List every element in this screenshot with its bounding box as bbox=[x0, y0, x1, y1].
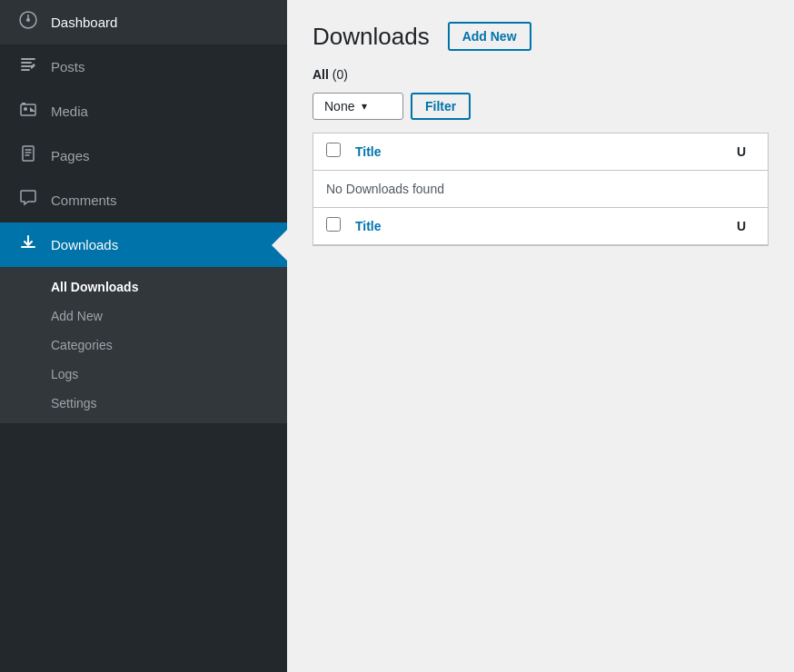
downloads-sub-nav: All Downloads Add New Categories Logs Se… bbox=[0, 267, 287, 423]
comments-icon bbox=[18, 189, 38, 212]
downloads-table: Title U No Downloads found Title U bbox=[313, 133, 769, 246]
all-label: All bbox=[313, 67, 329, 82]
title-column-footer[interactable]: Title bbox=[355, 219, 382, 233]
dropdown-value: None bbox=[324, 99, 354, 114]
sub-nav-item-add-new[interactable]: Add New bbox=[0, 301, 287, 331]
media-icon bbox=[18, 100, 38, 123]
sidebar-item-media[interactable]: Media bbox=[0, 89, 287, 133]
sub-nav-item-categories[interactable]: Categories bbox=[0, 331, 287, 360]
sidebar-item-posts[interactable]: Posts bbox=[0, 44, 287, 89]
sidebar-item-label-dashboard: Dashboard bbox=[51, 15, 117, 30]
sub-nav-item-all-downloads[interactable]: All Downloads bbox=[0, 272, 287, 301]
filter-button[interactable]: Filter bbox=[411, 93, 471, 120]
no-downloads-message: No Downloads found bbox=[326, 182, 444, 196]
dashboard-icon bbox=[18, 11, 38, 34]
table-footer-row: Title U bbox=[313, 208, 768, 245]
chevron-down-icon: ▾ bbox=[362, 100, 367, 113]
sidebar-item-comments[interactable]: Comments bbox=[0, 178, 287, 222]
category-dropdown[interactable]: None ▾ bbox=[313, 93, 403, 120]
select-all-checkbox[interactable] bbox=[326, 143, 341, 157]
sidebar-item-downloads[interactable]: Downloads bbox=[0, 222, 287, 267]
sidebar: Dashboard Posts Media Pages Comments Dow… bbox=[0, 0, 287, 672]
svg-rect-4 bbox=[23, 146, 34, 161]
header-checkbox-col bbox=[326, 143, 355, 161]
svg-point-3 bbox=[24, 107, 27, 111]
pages-icon bbox=[18, 144, 38, 167]
sidebar-item-label-comments: Comments bbox=[51, 193, 117, 208]
sidebar-item-label-media: Media bbox=[51, 104, 88, 119]
filter-controls: None ▾ Filter bbox=[313, 93, 769, 120]
u-column-header: U bbox=[737, 144, 755, 159]
page-header: Downloads Add New bbox=[313, 22, 769, 51]
sub-nav-item-settings[interactable]: Settings bbox=[0, 389, 287, 418]
u-column-footer: U bbox=[737, 219, 755, 233]
count-badge: (0) bbox=[332, 67, 348, 82]
table-header-row: Title U bbox=[313, 133, 768, 171]
title-column-header[interactable]: Title bbox=[355, 144, 382, 159]
filter-row: All (0) None ▾ Filter bbox=[313, 67, 769, 120]
main-content: Downloads Add New All (0) None ▾ Filter … bbox=[287, 0, 794, 672]
select-all-footer-checkbox[interactable] bbox=[326, 217, 341, 232]
add-new-button[interactable]: Add New bbox=[448, 22, 531, 51]
sidebar-item-label-pages: Pages bbox=[51, 148, 90, 163]
all-count: All (0) bbox=[313, 67, 769, 82]
sidebar-item-pages[interactable]: Pages bbox=[0, 133, 287, 178]
posts-icon bbox=[18, 55, 38, 78]
footer-checkbox-col bbox=[326, 217, 355, 235]
page-title: Downloads bbox=[313, 23, 430, 51]
sidebar-item-label-downloads: Downloads bbox=[51, 237, 118, 252]
svg-point-1 bbox=[26, 18, 30, 22]
no-downloads-row: No Downloads found bbox=[313, 171, 768, 208]
downloads-icon bbox=[18, 233, 38, 256]
sidebar-item-label-posts: Posts bbox=[51, 59, 85, 74]
sidebar-item-dashboard[interactable]: Dashboard bbox=[0, 0, 287, 44]
sub-nav-item-logs[interactable]: Logs bbox=[0, 360, 287, 389]
